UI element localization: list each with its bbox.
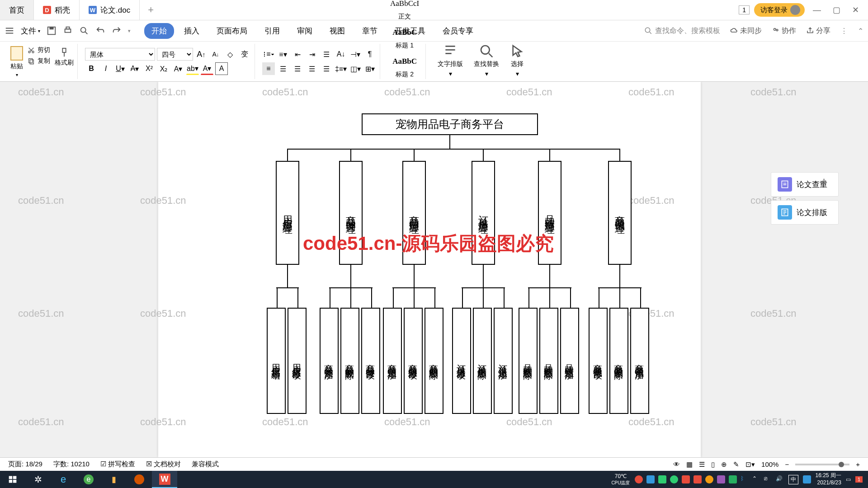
menu-chapter[interactable]: 章节 xyxy=(355,23,385,39)
share-button[interactable]: 分享 xyxy=(806,26,830,36)
fit-icon[interactable]: ⊡▾ xyxy=(745,460,755,469)
zoom-value[interactable]: 100% xyxy=(761,460,778,468)
menu-pagelayout[interactable]: 页面布局 xyxy=(209,23,255,39)
zoom-slider[interactable] xyxy=(795,464,849,465)
shrink-font-button[interactable]: A↓ xyxy=(209,48,222,61)
highlight-button[interactable]: ab▾ xyxy=(186,62,199,75)
indent-increase-button[interactable]: ⇥ xyxy=(306,48,318,61)
tab-new[interactable]: + xyxy=(140,0,162,20)
print-icon[interactable] xyxy=(63,26,73,36)
qat-dropdown-icon[interactable]: ▾ xyxy=(128,28,131,34)
view-page-icon[interactable]: ▦ xyxy=(686,460,693,469)
menu-start[interactable]: 开始 xyxy=(144,23,174,39)
command-search[interactable]: 查找命令、搜索模板 xyxy=(644,26,720,36)
menu-member[interactable]: 会员专享 xyxy=(435,23,481,39)
show-marks-button[interactable]: ¶ xyxy=(363,48,376,61)
file-menu[interactable]: 文件 ▾ xyxy=(21,26,40,36)
redo-icon[interactable] xyxy=(112,26,122,36)
grow-font-button[interactable]: A↑ xyxy=(195,48,208,61)
tab-daoke[interactable]: D 稻壳 xyxy=(34,0,80,20)
tray-icon-6[interactable] xyxy=(693,475,702,483)
zoom-in-button[interactable]: + xyxy=(856,460,860,468)
tab-document[interactable]: W 论文.doc xyxy=(80,0,140,20)
paste-button[interactable]: 粘贴▾ xyxy=(10,46,23,77)
tray-search-icon[interactable] xyxy=(803,475,811,483)
indent-decrease-button[interactable]: ⇤ xyxy=(291,48,304,61)
menu-reference[interactable]: 引用 xyxy=(257,23,287,39)
zoom-out-button[interactable]: − xyxy=(785,460,789,468)
style-normal[interactable]: AaBbCcI正文 xyxy=(387,0,422,23)
print-preview-icon[interactable] xyxy=(79,26,89,36)
start-button[interactable] xyxy=(0,471,25,488)
line-spacing-button[interactable]: ‡≡▾ xyxy=(335,62,347,75)
bullets-button[interactable]: ⫶≡▾ xyxy=(262,48,275,61)
clock[interactable]: 16:25 周一 2021/8/23 xyxy=(816,472,841,486)
clear-format-button[interactable]: ◇ xyxy=(224,48,236,61)
window-index[interactable]: 1 xyxy=(739,5,750,14)
tray-icon-4[interactable] xyxy=(670,475,678,483)
border-button[interactable]: ⊞▾ xyxy=(363,62,376,75)
tray-icon-9[interactable] xyxy=(729,475,737,483)
task-wps[interactable]: W xyxy=(152,471,177,488)
task-360[interactable]: e xyxy=(76,471,101,488)
pen-icon[interactable]: ✎ xyxy=(733,460,739,469)
tab-home[interactable]: 首页 xyxy=(0,0,34,20)
numbering-button[interactable]: ≡▾ xyxy=(277,48,289,61)
task-ie[interactable]: e xyxy=(51,471,76,488)
sync-status[interactable]: 未同步 xyxy=(730,26,762,36)
view-read-icon[interactable]: ▯ xyxy=(711,460,715,469)
guest-login-button[interactable]: 访客登录 xyxy=(754,3,805,17)
tray-network-icon[interactable]: ⎚ xyxy=(764,475,772,483)
tray-icon-7[interactable] xyxy=(705,475,713,483)
tray-bluetooth-icon[interactable]: ᛒ xyxy=(741,475,749,483)
compat-mode[interactable]: 兼容模式 xyxy=(192,460,219,469)
tray-icon-2[interactable] xyxy=(646,475,655,483)
more-icon[interactable]: ⋮ xyxy=(840,27,848,35)
tray-volume-icon[interactable]: 🔊 xyxy=(776,475,784,483)
cut-button[interactable]: 剪切 xyxy=(28,46,50,54)
shading-button[interactable]: ◫▾ xyxy=(349,62,362,75)
word-count[interactable]: 字数: 10210 xyxy=(53,460,90,469)
align-distribute-button[interactable]: ☰ xyxy=(320,62,333,75)
paper-layout-button[interactable]: 论文排版 xyxy=(771,200,839,225)
menu-review[interactable]: 审阅 xyxy=(290,23,320,39)
find-replace-button[interactable]: 查找替换▾ xyxy=(469,44,504,79)
strikethrough-button[interactable]: A▾ xyxy=(128,62,141,75)
task-copilot[interactable]: ✲ xyxy=(25,471,51,488)
copy-button[interactable]: 复制 xyxy=(28,57,50,65)
bold-button[interactable]: B xyxy=(85,62,98,75)
task-app1[interactable] xyxy=(127,471,152,488)
ime-indicator[interactable]: 中 xyxy=(788,475,798,484)
select-button[interactable]: 选择▾ xyxy=(505,44,529,79)
doc-proof[interactable]: ☒ 文档校对 xyxy=(146,460,181,469)
eye-icon[interactable]: 👁 xyxy=(673,460,680,468)
tray-icon-8[interactable] xyxy=(717,475,725,483)
style-heading2[interactable]: AaBbC标题 2 xyxy=(390,55,420,80)
tray-icon-1[interactable] xyxy=(635,475,643,483)
collab-button[interactable]: 协作 xyxy=(772,26,796,36)
format-painter-button[interactable]: 格式刷 xyxy=(55,46,74,77)
char-border-button[interactable]: A xyxy=(215,62,228,75)
minimize-button[interactable]: — xyxy=(809,5,825,15)
collapse-ribbon-icon[interactable]: ⌃ xyxy=(858,27,863,35)
notification-badge[interactable]: 1 xyxy=(855,476,863,483)
tab-button[interactable]: ⊣▾ xyxy=(349,48,362,61)
collapse-panel-icon[interactable]: ≙ xyxy=(821,178,827,188)
phonetic-button[interactable]: 变 xyxy=(238,48,251,61)
page-indicator[interactable]: 页面: 18/29 xyxy=(8,460,42,469)
font-name-select[interactable]: 黑体 xyxy=(85,48,155,61)
view-web-icon[interactable]: ⊕ xyxy=(721,460,727,469)
restore-button[interactable]: ▢ xyxy=(829,5,844,15)
menu-view[interactable]: 视图 xyxy=(322,23,352,39)
zoom-thumb[interactable] xyxy=(839,462,844,467)
view-outline-icon[interactable]: ☰ xyxy=(699,460,705,469)
align-left-button[interactable]: ≡ xyxy=(262,62,275,75)
asian-layout-button[interactable]: ☰ xyxy=(320,48,333,61)
align-center-button[interactable]: ☰ xyxy=(277,62,289,75)
style-heading1[interactable]: AaBbC标题 1 xyxy=(390,26,420,52)
cpu-temp[interactable]: 70℃CPU温度 xyxy=(611,473,630,486)
tray-icon-5[interactable] xyxy=(682,475,690,483)
underline-button[interactable]: U▾ xyxy=(114,62,127,75)
tray-icon-3[interactable] xyxy=(658,475,666,483)
notification-icon[interactable]: ▭ xyxy=(846,476,851,483)
